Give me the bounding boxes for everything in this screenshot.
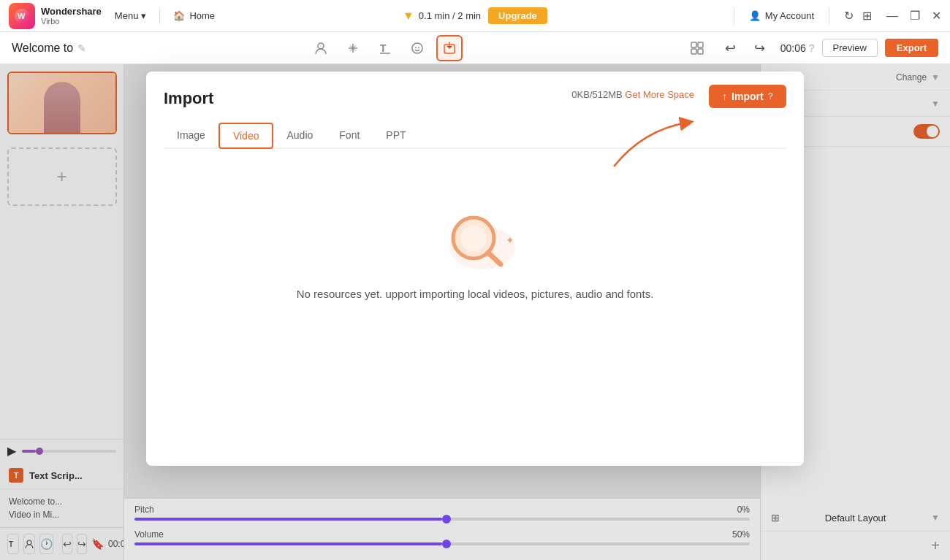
home-button[interactable]: 🏠 Home: [166, 7, 222, 24]
empty-state: ✦ No resources yet. upport importing loc…: [164, 164, 786, 329]
restore-button[interactable]: ↻: [844, 9, 854, 23]
svg-text:T: T: [380, 42, 387, 54]
svg-point-18: [460, 225, 487, 251]
svg-text:W: W: [18, 12, 26, 20]
modal-tabs: Image Video Audio Font PPT: [164, 123, 786, 149]
svg-rect-10: [698, 42, 703, 47]
titlebar-center: ▼ 0.1 min / 2 min Upgrade: [222, 7, 728, 24]
svg-point-2: [318, 43, 324, 49]
empty-text: No resources yet. upport importing local…: [297, 288, 654, 300]
storage-info: 0KB/512MB Get More Space: [571, 89, 694, 100]
import-tool-button[interactable]: [436, 35, 463, 61]
credit-badge: ▼ 0.1 min / 2 min: [403, 9, 481, 23]
sticker-tool-button[interactable]: [404, 35, 430, 61]
undo-redo-group: ↩ ↪: [718, 35, 773, 61]
tab-ppt[interactable]: PPT: [373, 123, 419, 149]
divider2: [734, 8, 734, 24]
export-button[interactable]: Export: [885, 39, 938, 57]
tab-video[interactable]: Video: [218, 123, 274, 149]
account-icon: 👤: [749, 10, 761, 21]
subtoolbar-right: ↩ ↪ 00:06 ? Preview Export: [684, 35, 938, 61]
app-logo-icon: W: [9, 3, 35, 29]
effect-tool-button[interactable]: [340, 35, 366, 61]
svg-rect-12: [698, 49, 703, 54]
svg-text:✦: ✦: [506, 234, 514, 246]
modal-overlay: Import Image Video Audio Font PPT 0KB/51…: [0, 64, 950, 560]
avatar-tool-button[interactable]: [308, 35, 334, 61]
redo-button[interactable]: ↪: [747, 35, 773, 61]
empty-icon: ✦: [438, 207, 512, 273]
import-button[interactable]: ↑ Import ?: [709, 85, 786, 108]
undo-button[interactable]: ↩: [718, 35, 744, 61]
titlebar-right: 👤 My Account ↻ ⊞ — ❐ ✕: [728, 8, 941, 24]
svg-point-6: [415, 47, 417, 48]
preview-button[interactable]: Preview: [822, 39, 878, 57]
upload-icon: ↑: [722, 91, 727, 102]
svg-rect-9: [691, 42, 696, 47]
app-name: Wondershare Virbo: [41, 6, 102, 26]
subtoolbar-tools: T: [86, 35, 684, 61]
svg-point-7: [418, 47, 419, 48]
get-more-space-link[interactable]: Get More Space: [625, 89, 694, 100]
tab-image[interactable]: Image: [164, 123, 218, 149]
subtoolbar: Welcome to ✎ T ↩ ↪ 00:06 ? Preview: [0, 32, 950, 64]
minimize-button[interactable]: —: [886, 9, 898, 23]
svg-rect-11: [691, 49, 696, 54]
main-area: 1 + ▶ T Text Scrip... Welcome to... Vide…: [0, 64, 950, 560]
account-button[interactable]: 👤 My Account: [749, 10, 814, 21]
text-tool-button[interactable]: T: [372, 35, 398, 61]
close-button[interactable]: ✕: [932, 9, 941, 23]
tab-audio[interactable]: Audio: [273, 123, 326, 149]
time-display: 00:06 ?: [780, 42, 815, 54]
layout-view-button[interactable]: [684, 35, 710, 61]
project-title: Welcome to ✎: [12, 42, 86, 55]
svg-point-5: [412, 43, 422, 53]
maximize-button[interactable]: ❐: [910, 9, 920, 23]
logo-area: W Wondershare Virbo: [9, 3, 102, 29]
window-controls: — ❐ ✕: [886, 9, 941, 23]
titlebar: W Wondershare Virbo Menu ▾ 🏠 Home ▼ 0.1 …: [0, 0, 950, 32]
grid-button[interactable]: ⊞: [862, 9, 872, 23]
help-icon[interactable]: ?: [809, 42, 815, 54]
edit-title-icon[interactable]: ✎: [77, 42, 86, 54]
divider: [159, 8, 160, 24]
upgrade-button[interactable]: Upgrade: [488, 7, 547, 24]
menu-button[interactable]: Menu ▾: [107, 7, 154, 24]
divider3: [829, 8, 829, 24]
import-help-icon: ?: [768, 91, 773, 101]
credit-icon: ▼: [403, 9, 414, 23]
tab-font[interactable]: Font: [326, 123, 373, 149]
import-modal: Import Image Video Audio Font PPT 0KB/51…: [146, 72, 804, 466]
home-icon: 🏠: [173, 10, 185, 21]
